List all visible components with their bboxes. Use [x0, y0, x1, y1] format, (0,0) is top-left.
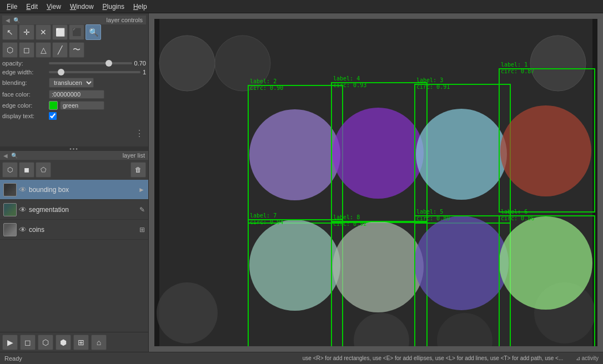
layer-item-bounding-box[interactable]: 👁 bounding box ►: [0, 180, 148, 200]
display-text-row: display text:: [2, 112, 146, 120]
layer-list-search-icon: 🔍: [11, 153, 18, 159]
blending-row: blending: translucen opaque additive: [2, 78, 146, 88]
panel-divider[interactable]: •••: [0, 146, 148, 151]
edge-width-value: 1: [143, 69, 146, 75]
svg-text:circ: 0.92: circ: 0.92: [333, 221, 366, 227]
visibility-icon-segmentation[interactable]: 👁: [19, 205, 27, 214]
delete-layer-btn[interactable]: 🗑: [130, 162, 146, 178]
layer-list-header-icons: ◀ 🔍: [3, 153, 18, 159]
svg-point-8: [249, 109, 340, 200]
menu-help[interactable]: Help: [129, 2, 152, 12]
export-btn[interactable]: ⬢: [56, 335, 71, 350]
svg-text:label: 2: label: 2: [250, 78, 277, 84]
blending-label: blending:: [2, 79, 47, 86]
window-btn[interactable]: ◻: [20, 335, 36, 350]
layer-thumb-bounding-box: [3, 183, 17, 196]
layer-item-segmentation[interactable]: 👁 segmentation ✎: [0, 200, 148, 220]
path-tool-btn[interactable]: 〜: [69, 42, 84, 58]
svg-text:circ: 0.93: circ: 0.93: [333, 82, 366, 88]
display-text-label: display text:: [2, 113, 47, 119]
edge-width-slider[interactable]: [49, 71, 140, 73]
blending-select[interactable]: translucen opaque additive: [49, 78, 94, 88]
svg-text:circ: 0.94: circ: 0.94: [250, 219, 283, 225]
canvas-svg: label: 2 circ: 0.90 label: 4 circ: 0.93 …: [154, 19, 597, 346]
cube-btn[interactable]: ⬡: [38, 335, 53, 350]
rotate-tool-btn[interactable]: ⬛: [69, 24, 84, 40]
display-text-checkbox[interactable]: [49, 112, 57, 120]
menubar: File Edit View Window Plugins Help: [0, 0, 603, 13]
layer-controls-header-icons: ◀ 🔍: [6, 17, 20, 23]
triangle-tool-btn[interactable]: △: [36, 42, 51, 58]
polygon-tool-btn[interactable]: ⬡: [2, 42, 18, 58]
layer-list-scroll-icon: ◀: [3, 153, 8, 159]
menu-view[interactable]: View: [42, 2, 66, 12]
move-tool-btn[interactable]: ↖: [2, 24, 18, 40]
add-tool-btn[interactable]: ✛: [19, 24, 34, 40]
canvas-area[interactable]: label: 2 circ: 0.90 label: 4 circ: 0.93 …: [149, 13, 603, 352]
menu-file[interactable]: File: [2, 2, 22, 12]
menu-plugins[interactable]: Plugins: [98, 2, 129, 12]
opacity-label: opacity:: [2, 60, 47, 67]
svg-point-12: [333, 108, 424, 199]
svg-text:label: 8: label: 8: [333, 214, 360, 220]
opacity-slider[interactable]: [49, 62, 132, 64]
visibility-icon-bounding-box[interactable]: 👁: [19, 185, 27, 194]
controls-extra: ⋮: [2, 122, 146, 144]
layer-controls-titlebar: ◀ 🔍 layer controls: [2, 16, 146, 24]
select-tool-btn[interactable]: ⬜: [52, 24, 68, 40]
new-points-layer-btn[interactable]: ⬡: [2, 162, 18, 178]
edge-color-swatch[interactable]: [49, 101, 58, 110]
search-icon-small: 🔍: [13, 17, 20, 23]
remove-tool-btn[interactable]: ✕: [36, 24, 51, 40]
svg-text:circ: 0.91: circ: 0.91: [416, 84, 450, 90]
svg-text:label: 3: label: 3: [416, 77, 443, 83]
layer-list-title: layer list: [123, 152, 145, 159]
canvas-container: label: 2 circ: 0.90 label: 4 circ: 0.93 …: [154, 19, 597, 346]
layer-name-coins: coins: [29, 226, 137, 234]
layer-thumb-coins: [3, 223, 17, 236]
layer-name-bounding-box: bounding box: [29, 186, 136, 194]
status-activity[interactable]: ⊿ activity: [576, 355, 599, 361]
line-tool-btn[interactable]: ╱: [52, 42, 68, 58]
layer-item-coins[interactable]: 👁 coins ⊞: [0, 220, 148, 240]
svg-text:label: 4: label: 4: [333, 75, 360, 82]
more-options-icon[interactable]: ⋮: [135, 128, 144, 139]
new-labels-layer-btn[interactable]: ⬠: [36, 162, 51, 178]
menu-edit[interactable]: Edit: [22, 2, 42, 12]
layer-list-panel: ◀ 🔍 layer list ⬡ ◼ ⬠ 🗑 👁 bounding box ►: [0, 151, 148, 332]
edge-color-input[interactable]: [60, 101, 104, 110]
svg-point-4: [157, 282, 218, 343]
new-shapes-layer-btn[interactable]: ◼: [19, 162, 34, 178]
face-color-label: face color:: [2, 91, 47, 98]
status-hint: use <R> for add rectangles, use <E> for …: [290, 355, 575, 361]
layer-name-segmentation: segmentation: [29, 206, 137, 214]
search-tool-btn[interactable]: 🔍: [86, 24, 101, 40]
svg-text:circ: 0.87: circ: 0.87: [501, 68, 534, 74]
visibility-icon-coins[interactable]: 👁: [19, 225, 27, 234]
svg-point-1: [159, 36, 215, 91]
svg-point-24: [249, 220, 340, 311]
home-btn[interactable]: ⌂: [91, 335, 107, 350]
statusbar: Ready use <R> for add rectangles, use <E…: [0, 352, 603, 364]
console-btn[interactable]: ▶: [2, 335, 18, 350]
svg-point-20: [500, 105, 591, 196]
tool-row-2: ⬡ ◻ △ ╱ 〜: [2, 42, 146, 58]
svg-text:label: 7: label: 7: [250, 213, 277, 219]
face-color-input[interactable]: [49, 90, 104, 99]
tool-row-1: ↖ ✛ ✕ ⬜ ⬛ 🔍: [2, 24, 146, 40]
face-color-row: face color:: [2, 90, 146, 99]
left-panel: ◀ 🔍 layer controls ↖ ✛ ✕ ⬜ ⬛ 🔍 ⬡ ◻ △ ╱ 〜: [0, 13, 149, 352]
svg-point-36: [499, 216, 592, 310]
svg-point-16: [416, 109, 507, 200]
layer-thumb-segmentation: [3, 203, 17, 216]
svg-point-32: [414, 216, 509, 310]
bottom-toolbar: ▶ ◻ ⬡ ⬢ ⊞ ⌂: [0, 332, 148, 352]
rect-tool-btn[interactable]: ◻: [19, 42, 34, 58]
grid-btn[interactable]: ⊞: [73, 335, 89, 350]
edge-color-label: edge color:: [2, 102, 47, 109]
layer-list-titlebar: ◀ 🔍 layer list: [0, 151, 148, 160]
layer-type-icon-bounding-box: ►: [138, 186, 145, 194]
menu-window[interactable]: Window: [66, 2, 98, 12]
main-area: ◀ 🔍 layer controls ↖ ✛ ✕ ⬜ ⬛ 🔍 ⬡ ◻ △ ╱ 〜: [0, 13, 603, 352]
layer-controls-title: layer controls: [107, 17, 143, 23]
